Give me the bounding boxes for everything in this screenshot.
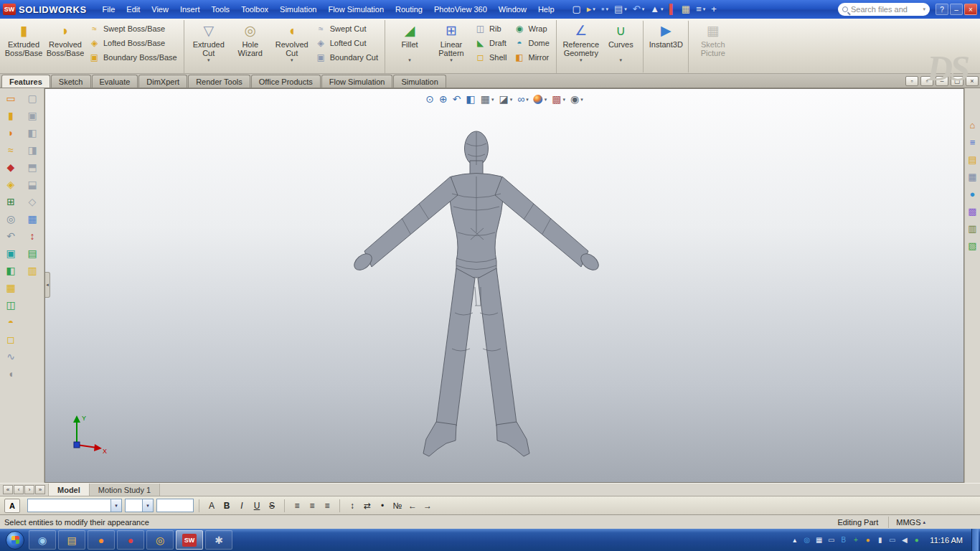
equal-spacing-button[interactable]: ⇄ bbox=[360, 499, 374, 513]
menu-item[interactable]: Simulation bbox=[274, 2, 322, 17]
dropdown-arrow-icon[interactable]: ▾ bbox=[620, 57, 623, 64]
dropdown-arrow-icon[interactable]: ▾ bbox=[207, 57, 210, 64]
taskbar-explorer-icon[interactable]: ▤ bbox=[58, 530, 85, 550]
sketch-picture-button[interactable]: ▦ Sketch Picture ▾ bbox=[692, 20, 734, 73]
tab-scroll-next-button[interactable]: › bbox=[24, 485, 34, 494]
bullets-button[interactable]: • bbox=[375, 499, 390, 513]
zoom-to-area-icon[interactable]: ⊕ ▾ bbox=[438, 93, 449, 105]
dropdown-arrow-icon[interactable]: ▾ bbox=[450, 57, 453, 64]
zoom-tool-icon[interactable]: ◎ bbox=[2, 211, 19, 227]
cut-stack[interactable]: ▣ Boundary Cut bbox=[314, 52, 380, 62]
menu-item[interactable]: PhotoView 360 bbox=[428, 2, 493, 17]
print-icon[interactable]: ▤ ▾ bbox=[612, 3, 629, 16]
minimize-button[interactable]: – bbox=[950, 4, 963, 15]
extruded-boss-base-button[interactable]: ▮ Extruded Boss/Base ▾ bbox=[3, 20, 44, 73]
shell-tool-icon[interactable]: ◻ bbox=[2, 331, 19, 347]
pattern-tool-icon[interactable]: ⊞ bbox=[2, 194, 19, 209]
dropdown-arrow-icon[interactable]: ▾ bbox=[491, 97, 494, 103]
sketch-tool-icon[interactable]: ▭ bbox=[2, 90, 19, 106]
menu-item[interactable]: Flow Simulation bbox=[322, 2, 390, 17]
cut-stack[interactable]: ◈ Lofted Cut bbox=[314, 38, 380, 48]
taskbar-firefox-icon[interactable]: ● bbox=[88, 530, 115, 550]
taskbar-solidworks-icon[interactable]: SW bbox=[176, 530, 203, 550]
human-3d-model[interactable] bbox=[333, 125, 620, 469]
commandmanager-tab[interactable]: Simulation bbox=[393, 75, 446, 88]
revolve-tool-icon[interactable]: ◗ bbox=[2, 125, 19, 141]
taskbar-media-player-icon[interactable]: ◉ bbox=[29, 530, 56, 550]
task-pane-home-icon[interactable]: ⌂ bbox=[966, 118, 979, 131]
reference-geometry-button[interactable]: ∠ Reference Geometry ▾ bbox=[560, 20, 602, 73]
dropdown-arrow-icon[interactable]: ▾ bbox=[642, 6, 645, 12]
commandmanager-tab[interactable]: Sketch bbox=[51, 75, 91, 88]
menu-item[interactable]: Tools bbox=[205, 2, 235, 17]
isometric-view-icon[interactable]: ◇ bbox=[24, 194, 41, 209]
wrap-stack[interactable]: ◉ Wrap bbox=[512, 24, 550, 34]
spline-tool-icon[interactable]: ∿ bbox=[2, 349, 19, 364]
instant3d-button[interactable]: ▶ Instant3D ▾ bbox=[647, 20, 689, 73]
curves-button[interactable]: ∪ Curves ▾ bbox=[602, 20, 644, 73]
font-color-button[interactable]: A bbox=[204, 499, 219, 513]
tray-display-icon[interactable]: ▭ bbox=[825, 534, 837, 547]
boss-stack[interactable]: ▣ Boundary Boss/Base bbox=[88, 52, 179, 62]
chevron-down-icon[interactable]: ▾ bbox=[142, 499, 153, 512]
show-desktop-button[interactable] bbox=[971, 529, 979, 551]
cut-stack[interactable]: ≈ Swept Cut bbox=[314, 24, 380, 34]
tray-shield-icon[interactable]: + bbox=[849, 534, 862, 547]
menu-item[interactable]: Help bbox=[532, 2, 560, 17]
strikethrough-button[interactable]: S bbox=[265, 499, 279, 513]
start-button[interactable] bbox=[6, 531, 24, 550]
dropdown-arrow-icon[interactable]: ▾ bbox=[580, 57, 583, 64]
file-properties-icon[interactable]: ▦ ▾ bbox=[679, 3, 692, 16]
standard-view-bottom-icon[interactable]: ⬓ bbox=[24, 176, 41, 192]
text-height-input[interactable] bbox=[156, 499, 194, 512]
standard-view-top-icon[interactable]: ⬒ bbox=[24, 159, 41, 175]
dropdown-arrow-icon[interactable]: ▾ bbox=[606, 6, 608, 12]
commandmanager-tab[interactable]: Office Products bbox=[251, 75, 321, 88]
view-orientation-icon[interactable]: ▦ ▾ bbox=[479, 93, 496, 105]
new-window-icon[interactable]: ▫ bbox=[905, 76, 918, 86]
toolbar-overflow-icon[interactable]: + ▾ bbox=[709, 3, 719, 16]
commandmanager-tab[interactable]: DimXpert bbox=[138, 75, 187, 88]
previous-view-icon[interactable]: ↶ ▾ bbox=[451, 93, 463, 105]
font-size-select[interactable]: ▾ bbox=[125, 499, 154, 512]
material-tool-icon[interactable]: ▦ bbox=[2, 280, 19, 296]
outdent-button[interactable]: ← bbox=[405, 499, 420, 513]
search-input[interactable]: Search files and ▾ bbox=[838, 3, 930, 16]
hole-wizard-button[interactable]: ◎ Hole Wizard ▾ bbox=[230, 20, 271, 73]
sketch-grid-icon[interactable]: ▦ bbox=[24, 211, 41, 227]
file-explorer-icon[interactable]: ▤ bbox=[966, 153, 979, 166]
tray-power-icon[interactable]: ● bbox=[910, 534, 923, 547]
search-scope-dropdown-icon[interactable]: ▾ bbox=[923, 6, 925, 12]
options-icon[interactable]: ≡ ▾ bbox=[694, 3, 707, 16]
tray-update-icon[interactable]: ● bbox=[862, 534, 874, 547]
save-icon[interactable]: ▪ ▾ bbox=[599, 3, 611, 16]
mate-tool-icon[interactable]: ◫ bbox=[2, 297, 19, 313]
tray-show-hidden-icon[interactable]: ▴ bbox=[788, 534, 801, 547]
tray-grid-icon[interactable]: ▦ bbox=[813, 534, 825, 547]
commandmanager-tab[interactable]: Render Tools bbox=[188, 75, 250, 88]
taskbar-red-app-icon[interactable]: ● bbox=[117, 530, 144, 550]
indent-button[interactable]: → bbox=[420, 499, 435, 513]
graphics-area[interactable]: ◂ ⊙ ▾ ⊕ ▾ ↶ ▾ bbox=[44, 88, 964, 483]
close-button[interactable]: × bbox=[964, 4, 977, 15]
revolved-cut-button[interactable]: ◖ Revolved Cut ▾ bbox=[271, 20, 313, 73]
menu-item[interactable]: Edit bbox=[121, 2, 146, 17]
menu-item[interactable]: Window bbox=[493, 2, 532, 17]
undo-icon[interactable]: ↶ ▾ bbox=[631, 3, 646, 16]
document-close-button[interactable]: × bbox=[966, 76, 979, 86]
appearances-icon[interactable]: ● bbox=[966, 187, 979, 200]
dropdown-arrow-icon[interactable]: ▾ bbox=[526, 97, 529, 103]
menu-item[interactable]: Routing bbox=[390, 2, 428, 17]
font-family-select[interactable]: ▾ bbox=[27, 499, 122, 512]
commandmanager-tab[interactable]: Features bbox=[1, 75, 50, 88]
italic-button[interactable]: I bbox=[235, 499, 249, 513]
dropdown-arrow-icon[interactable]: ▾ bbox=[408, 57, 411, 64]
rib-stack[interactable]: ◫ Rib bbox=[473, 24, 508, 34]
rib-stack[interactable]: ◣ Draft bbox=[473, 38, 508, 48]
custom-properties-icon[interactable]: ▥ bbox=[966, 222, 979, 235]
line-spacing-button[interactable]: ↕ bbox=[345, 499, 359, 513]
dropdown-arrow-icon[interactable]: ▾ bbox=[545, 97, 547, 103]
tab-scroll-prev-button[interactable]: ‹ bbox=[14, 485, 24, 494]
sweep-tool-icon[interactable]: ≈ bbox=[2, 142, 19, 158]
new-document-icon[interactable]: ▢ ▾ bbox=[570, 3, 583, 16]
